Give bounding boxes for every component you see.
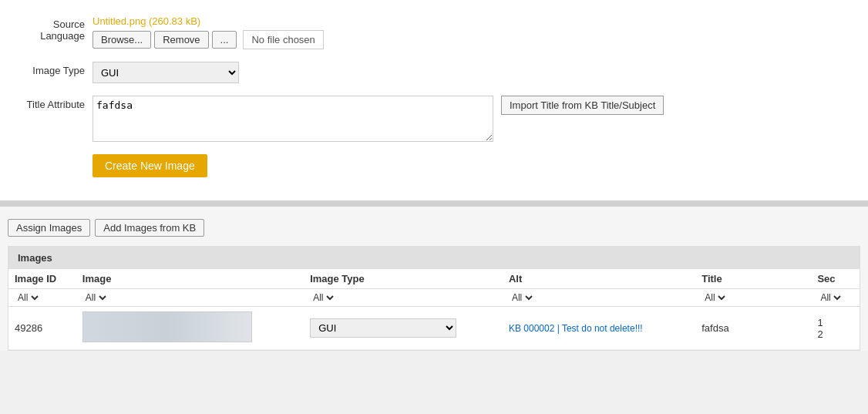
create-button-row: Create New Image	[8, 154, 860, 177]
cell-title: fafdsa	[695, 307, 811, 350]
add-images-from-kb-button[interactable]: Add Images from KB	[95, 219, 204, 237]
col-header-image-id: Image ID	[8, 269, 76, 289]
action-bar: Assign Images Add Images from KB	[8, 219, 860, 237]
top-section: Source Language Untitled.png (260.83 kB)…	[0, 0, 868, 200]
filter-title[interactable]: All	[695, 289, 811, 307]
assign-images-button[interactable]: Assign Images	[8, 219, 90, 237]
col-header-image-type: Image Type	[304, 269, 503, 289]
table-filter-row: All All All Al	[8, 289, 860, 307]
image-id-value: 49286	[15, 322, 42, 334]
filter-image-id-select[interactable]: All	[15, 291, 41, 304]
images-table: Image ID Image Image Type Alt Title Sec …	[8, 269, 860, 350]
cell-image-id: 49286	[8, 307, 76, 350]
filter-sec[interactable]: All	[811, 289, 860, 307]
cell-image-type[interactable]: GUI Screenshot Diagram	[304, 307, 503, 350]
images-panel: Images Image ID Image Image Type Alt Tit…	[8, 246, 860, 351]
sec-value-2: 2	[817, 328, 853, 340]
title-value: fafdsa	[701, 322, 728, 334]
cell-sec: 1 2	[811, 307, 860, 350]
filter-alt[interactable]: All	[503, 289, 695, 307]
filter-type-select[interactable]: All	[310, 291, 336, 304]
bottom-section: Assign Images Add Images from KB Images …	[0, 207, 868, 351]
col-header-alt: Alt	[503, 269, 695, 289]
source-language-row: Source Language Untitled.png (260.83 kB)…	[8, 15, 860, 49]
filter-title-select[interactable]: All	[701, 291, 728, 304]
col-header-sec: Sec	[811, 269, 860, 289]
dots-button[interactable]: ...	[212, 31, 237, 49]
filter-image[interactable]: All	[76, 289, 304, 307]
cell-alt: KB 000002 | Test do not delete!!!	[503, 307, 695, 350]
file-btn-group: Browse... Remove ... No file chosen	[93, 30, 860, 49]
row-image-type-select[interactable]: GUI Screenshot Diagram	[310, 318, 456, 338]
cell-image	[76, 307, 304, 350]
filter-image-select[interactable]: All	[82, 291, 109, 304]
import-title-button[interactable]: Import Title from KB Title/Subject	[501, 96, 664, 115]
filter-alt-select[interactable]: All	[509, 291, 535, 304]
source-language-label: Source Language	[8, 15, 93, 42]
create-new-image-button[interactable]: Create New Image	[93, 154, 207, 177]
title-attribute-control: fafdsa Import Title from KB Title/Subjec…	[93, 96, 860, 142]
image-type-label: Image Type	[8, 62, 93, 76]
sec-value-1: 1	[817, 317, 853, 328]
images-panel-title: Images	[8, 247, 860, 269]
no-file-tooltip: No file chosen	[243, 30, 323, 49]
filter-image-id[interactable]: All	[8, 289, 76, 307]
table-row: 49286 GUI Screenshot Diagram KB 000002 |	[8, 307, 860, 350]
section-divider	[0, 200, 868, 207]
filter-type[interactable]: All	[304, 289, 503, 307]
image-type-select[interactable]: GUI Screenshot Diagram Photo Other	[93, 62, 239, 83]
image-type-row: Image Type GUI Screenshot Diagram Photo …	[8, 62, 860, 83]
image-type-control: GUI Screenshot Diagram Photo Other	[93, 62, 860, 83]
remove-button[interactable]: Remove	[154, 31, 208, 49]
title-attribute-label: Title Attribute	[8, 96, 93, 110]
title-textarea[interactable]: fafdsa	[93, 96, 493, 142]
alt-value: KB 000002 | Test do not delete!!!	[509, 323, 643, 334]
col-header-image: Image	[76, 269, 304, 289]
source-language-control: Untitled.png (260.83 kB) Browse... Remov…	[93, 15, 860, 49]
title-attribute-row: Title Attribute fafdsa Import Title from…	[8, 96, 860, 142]
filter-sec-select[interactable]: All	[817, 291, 843, 304]
col-header-title: Title	[695, 269, 811, 289]
browse-button[interactable]: Browse...	[93, 31, 151, 49]
table-header-row: Image ID Image Image Type Alt Title Sec	[8, 269, 860, 289]
title-row-inner: fafdsa Import Title from KB Title/Subjec…	[93, 96, 860, 142]
file-info: Untitled.png (260.83 kB)	[93, 15, 860, 27]
image-thumbnail	[82, 311, 252, 342]
